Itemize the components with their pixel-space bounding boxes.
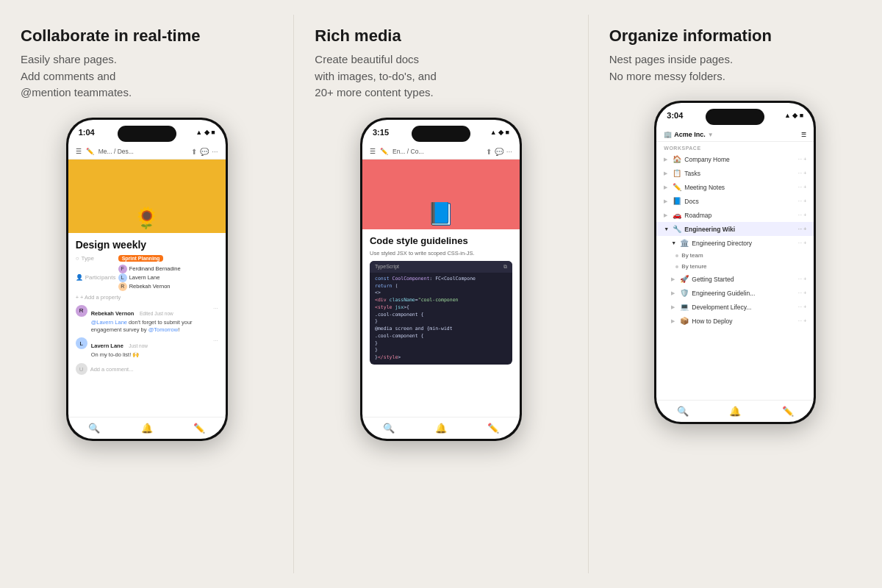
phone1-content: Design weekly ○ Type Sprint Planning — [68, 233, 226, 417]
tree-engineering-wiki[interactable]: ▼ 🔧 Engineering Wiki ··· + — [656, 222, 814, 236]
phone2-banner: 📘 — [362, 159, 520, 229]
wiki-icon: 🔧 — [673, 225, 681, 233]
type-property: ○ Type Sprint Planning — [76, 255, 218, 262]
item-actions[interactable]: ··· + — [797, 212, 806, 218]
item-label: By tenure — [681, 263, 706, 270]
avatar-1: F — [118, 265, 127, 273]
tree-eng-guidelines[interactable]: ▶ 🛡️ Engineering Guidelin... ··· + — [656, 286, 814, 300]
chat-icon[interactable]: 💬 — [495, 148, 503, 156]
item-label: Meeting Notes — [684, 184, 795, 191]
item-actions[interactable]: ··· + — [797, 157, 806, 162]
copy-icon[interactable]: ⧉ — [503, 264, 507, 270]
phone1-header: ☰ ✏️ Me... / Des... ⬆ 💬 ··· — [68, 145, 226, 159]
notes-icon: ✏️ — [673, 183, 681, 191]
tree-view: ▶ 🏠 Company Home ··· + ▶ 📋 Tasks ··· + — [656, 152, 814, 400]
item-label: Docs — [684, 198, 795, 205]
phone2: 3:15 ▲ ◆ ■ ☰ ✏️ En... / Co... ⬆ 💬 ··· — [360, 118, 522, 441]
phone1-time: 1:04 — [79, 128, 95, 137]
phone1-notch — [118, 126, 176, 142]
collaborate-title: Collaborate in real-time — [21, 26, 201, 46]
tree-eng-directory[interactable]: ▼ 🏛️ Engineering Directory ··· + — [656, 236, 814, 250]
comment2-time: Just now — [129, 343, 148, 348]
menu-icon[interactable]: ☰ — [801, 132, 806, 138]
rocket-icon: 🚀 — [680, 275, 689, 283]
participants-label: 👤 Participants — [76, 274, 114, 281]
code-header: TypeScript ⧉ — [370, 261, 512, 273]
chat-icon[interactable]: 💬 — [200, 148, 209, 156]
more-icon[interactable]: ··· — [506, 148, 512, 156]
search-icon[interactable]: 🔍 — [383, 423, 395, 434]
plus-icon: + — [76, 294, 79, 301]
item-actions[interactable]: ··· + — [797, 290, 806, 295]
tree-getting-started[interactable]: ▶ 🚀 Getting Started ··· + — [656, 272, 814, 286]
phone1-action-icons: ⬆ 💬 ··· — [191, 148, 218, 156]
phone2-container: 3:15 ▲ ◆ ■ ☰ ✏️ En... / Co... ⬆ 💬 ··· — [315, 118, 567, 567]
participant-1: F Ferdinand Bernadine — [118, 265, 181, 273]
phone1-screen: 1:04 ▲ ◆ ■ ☰ ✏️ Me... / Des... ⬆ 💬 ··· — [68, 120, 226, 439]
search-icon[interactable]: 🔍 — [677, 406, 689, 417]
share-icon[interactable]: ⬆ — [191, 148, 197, 156]
item-label: Development Lifecy... — [692, 304, 795, 311]
code-content: const CoolComponent: FC<CoolCompone retu… — [370, 273, 512, 365]
bell-icon[interactable]: 🔔 — [141, 423, 153, 434]
home-icon: 🏠 — [673, 155, 681, 163]
tree-meeting-notes[interactable]: ▶ ✏️ Meeting Notes ··· + — [656, 180, 814, 194]
item-actions[interactable]: ··· + — [797, 184, 806, 190]
compose-icon[interactable]: ✏️ — [487, 423, 499, 434]
phone2-bottom-bar: 🔍 🔔 ✏️ — [362, 417, 520, 439]
compose-icon[interactable]: ✏️ — [193, 423, 205, 434]
comment1-more-icon[interactable]: ··· — [213, 305, 218, 334]
tree-by-tenure[interactable]: By tenure — [656, 261, 814, 272]
item-actions[interactable]: ··· + — [797, 198, 806, 204]
phone1-container: 1:04 ▲ ◆ ■ ☰ ✏️ Me... / Des... ⬆ 💬 ··· — [21, 118, 273, 567]
item-label: Company Home — [684, 156, 795, 163]
hamburger-icon[interactable]: ☰ — [76, 148, 82, 155]
collapse-arrow: ▶ — [671, 318, 677, 324]
phone2-notch — [412, 126, 470, 142]
phone1-banner: 🌻 — [68, 159, 226, 233]
item-label: Engineering Directory — [692, 240, 795, 247]
tree-how-to-deploy[interactable]: ▶ 📦 How to Deploy ··· + — [656, 314, 814, 328]
phone2-time: 3:15 — [373, 128, 389, 137]
collapse-arrow: ▶ — [664, 198, 670, 204]
tree-dev-lifecycle[interactable]: ▶ 💻 Development Lifecy... ··· + — [656, 300, 814, 314]
phone3-notch — [706, 109, 764, 125]
tree-by-team[interactable]: By team — [656, 250, 814, 261]
tree-tasks[interactable]: ▶ 📋 Tasks ··· + — [656, 166, 814, 180]
item-label: By team — [681, 252, 703, 259]
hamburger-icon[interactable]: ☰ — [370, 148, 376, 155]
compose-icon[interactable]: ✏️ — [782, 406, 794, 417]
sunflower-icon: 🌻 — [134, 206, 159, 230]
commenter1-avatar: R — [76, 305, 87, 317]
item-label: Getting Started — [692, 276, 795, 283]
docs-icon: 📘 — [673, 197, 681, 205]
item-actions[interactable]: ··· + — [797, 171, 806, 176]
tree-docs[interactable]: ▶ 📘 Docs ··· + — [656, 194, 814, 208]
tree-company-home[interactable]: ▶ 🏠 Company Home ··· + — [656, 152, 814, 166]
item-label: Roadmap — [684, 212, 795, 219]
collaborate-desc: Easily share pages.Add comments and@ment… — [21, 51, 132, 101]
item-actions[interactable]: ··· + — [797, 276, 806, 282]
add-comment-input[interactable]: U Add a comment... — [76, 363, 218, 375]
workspace-icon: 🏢 — [664, 131, 672, 138]
comment2-more-icon[interactable]: ··· — [213, 337, 218, 359]
participants-list: F Ferdinand Bernadine L Lavern Lane R — [118, 265, 181, 291]
tree-roadmap[interactable]: ▶ 🚗 Roadmap ··· + — [656, 208, 814, 222]
more-icon[interactable]: ··· — [212, 148, 218, 156]
item-actions[interactable]: ··· + — [797, 226, 806, 232]
participant-3: R Rebekah Vernon — [118, 282, 181, 291]
phone3: 3:04 ▲ ◆ ■ 🏢 Acme Inc. ▼ ☰ WORKSPACE — [654, 101, 816, 424]
add-property-btn[interactable]: + + Add a property — [76, 294, 218, 301]
phone1-bottom-bar: 🔍 🔔 ✏️ — [68, 417, 226, 439]
comment1-body: Rebekah Vernon Edited Just now @Lavern L… — [91, 305, 209, 334]
current-user-avatar: U — [76, 363, 87, 375]
bell-icon[interactable]: 🔔 — [729, 406, 741, 417]
comment1-time: Edited Just now — [140, 311, 173, 316]
item-actions[interactable]: ··· + — [797, 304, 806, 309]
item-actions[interactable]: ··· + — [797, 240, 806, 245]
item-actions[interactable]: ··· + — [797, 318, 806, 323]
bell-icon[interactable]: 🔔 — [435, 423, 447, 434]
share-icon[interactable]: ⬆ — [486, 148, 492, 156]
search-icon[interactable]: 🔍 — [88, 423, 100, 434]
phone1-status-icons: ▲ ◆ ■ — [196, 129, 215, 136]
